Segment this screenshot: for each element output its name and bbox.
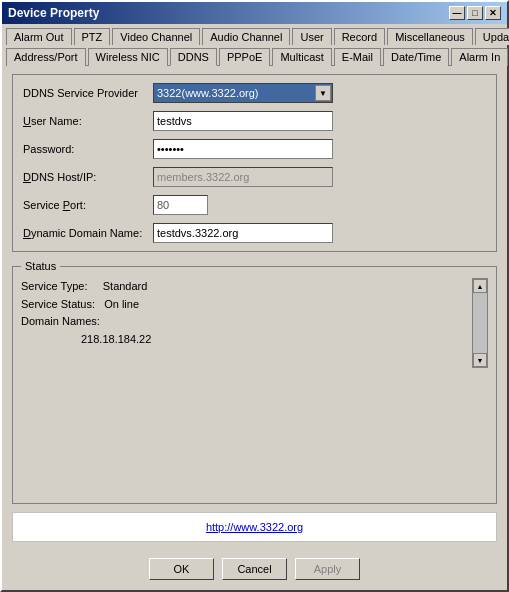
status-legend: Status <box>21 260 60 272</box>
apply-button[interactable]: Apply <box>295 558 360 580</box>
device-property-window: Device Property — □ ✕ Alarm Out PTZ Vide… <box>0 0 509 592</box>
password-label: Password: <box>23 143 153 155</box>
status-scrollbar: ▲ ▼ <box>472 278 488 368</box>
domain-name-label: Dynamic Domain Name: <box>23 227 153 239</box>
link-area: http://www.3322.org <box>12 512 497 542</box>
scroll-up-button[interactable]: ▲ <box>473 279 487 293</box>
password-input[interactable] <box>153 139 333 159</box>
tabs-row-2: Address/Port Wireless NIC DDNS PPPoE Mul… <box>2 44 507 65</box>
tab-email[interactable]: E-Mail <box>334 48 381 66</box>
cancel-button[interactable]: Cancel <box>222 558 287 580</box>
ddns-provider-row: DDNS Service Provider 3322(www.3322.org)… <box>23 83 486 103</box>
tab-miscellaneous[interactable]: Miscellaneous <box>387 28 473 45</box>
title-bar-buttons: — □ ✕ <box>449 6 501 20</box>
tab-update[interactable]: Update <box>475 28 509 45</box>
service-status-row: Service Status: On line <box>21 296 468 314</box>
ddns-host-label: DDNS Host/IP: <box>23 171 153 183</box>
ddns-provider-dropdown-container: 3322(www.3322.org) ▼ <box>153 83 333 103</box>
ddns-host-row: DDNS Host/IP: <box>23 167 486 187</box>
domain-name-input[interactable] <box>153 223 333 243</box>
service-port-label: Service Port: <box>23 199 153 211</box>
tab-ptz[interactable]: PTZ <box>74 28 111 45</box>
username-input[interactable] <box>153 111 333 131</box>
tab-alarm-in[interactable]: Alarm In <box>451 48 508 66</box>
password-row: Password: <box>23 139 486 159</box>
ddns-host-input[interactable] <box>153 167 333 187</box>
domain-name-row: Dynamic Domain Name: <box>23 223 486 243</box>
service-type-row: Service Type: Standard <box>21 278 468 296</box>
content-area: DDNS Service Provider 3322(www.3322.org)… <box>2 66 507 550</box>
ddns-provider-label: DDNS Service Provider <box>23 87 153 99</box>
maximize-button[interactable]: □ <box>467 6 483 20</box>
service-type-label: Service Type: <box>21 280 87 292</box>
domain-names-row: Domain Names: <box>21 313 468 331</box>
ddns-fieldset: DDNS Service Provider 3322(www.3322.org)… <box>12 74 497 252</box>
tab-user[interactable]: User <box>292 28 331 45</box>
username-label: User Name: <box>23 115 153 127</box>
ok-button[interactable]: OK <box>149 558 214 580</box>
website-link[interactable]: http://www.3322.org <box>206 521 303 533</box>
tab-address-port[interactable]: Address/Port <box>6 48 86 66</box>
status-fieldset: Status Service Type: Standard Service St… <box>12 260 497 504</box>
minimize-button[interactable]: — <box>449 6 465 20</box>
tab-wireless-nic[interactable]: Wireless NIC <box>88 48 168 66</box>
ddns-provider-select[interactable]: 3322(www.3322.org) <box>153 83 333 103</box>
service-type-value: Standard <box>103 280 148 292</box>
domain-names-ip-row: 218.18.184.22 <box>21 331 468 349</box>
tab-pppoe[interactable]: PPPoE <box>219 48 270 66</box>
tabs-row-1: Alarm Out PTZ Video Channel Audio Channe… <box>2 24 507 44</box>
tab-record[interactable]: Record <box>334 28 385 45</box>
title-bar: Device Property — □ ✕ <box>2 2 507 24</box>
domain-names-label: Domain Names: <box>21 315 100 327</box>
service-port-row: Service Port: <box>23 195 486 215</box>
service-status-value: On line <box>104 298 139 310</box>
close-button[interactable]: ✕ <box>485 6 501 20</box>
service-port-input[interactable] <box>153 195 208 215</box>
tab-alarm-out[interactable]: Alarm Out <box>6 28 72 45</box>
scroll-down-button[interactable]: ▼ <box>473 353 487 367</box>
status-content: Service Type: Standard Service Status: O… <box>21 278 488 368</box>
tab-date-time[interactable]: Date/Time <box>383 48 449 66</box>
tab-multicast[interactable]: Multicast <box>272 48 331 66</box>
window-title: Device Property <box>8 6 99 20</box>
tab-ddns[interactable]: DDNS <box>170 48 217 66</box>
tab-video-channel[interactable]: Video Channel <box>112 28 200 45</box>
username-row: User Name: <box>23 111 486 131</box>
status-text: Service Type: Standard Service Status: O… <box>21 278 468 368</box>
service-status-label: Service Status: <box>21 298 95 310</box>
domain-names-ip: 218.18.184.22 <box>81 333 151 345</box>
bottom-buttons: OK Cancel Apply <box>2 550 507 590</box>
scroll-track[interactable] <box>473 293 487 353</box>
tab-audio-channel[interactable]: Audio Channel <box>202 28 290 45</box>
